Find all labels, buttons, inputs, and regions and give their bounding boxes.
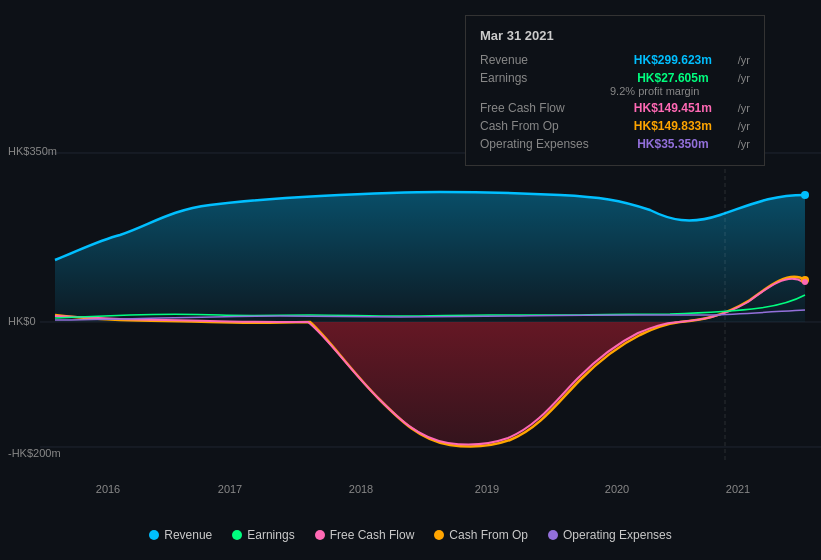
x-label-2020: 2020 [605,483,629,495]
tooltip-revenue-row: Revenue HK$299.623m /yr [480,51,750,69]
legend-revenue-dot [149,530,159,540]
x-label-2019: 2019 [475,483,499,495]
tooltip-fcf-unit: /yr [738,102,750,114]
chart-container: HK$350m HK$0 -HK$200m 2016 2017 2018 201… [0,0,821,560]
tooltip-title: Mar 31 2021 [480,28,750,43]
legend-fcf-dot [315,530,325,540]
x-label-2016: 2016 [96,483,120,495]
legend-cfo-label: Cash From Op [449,528,528,542]
legend-fcf-label: Free Cash Flow [330,528,415,542]
y-label-0: HK$0 [8,315,36,327]
tooltip-profit-margin: 9.2% profit margin [610,85,750,97]
legend-opex[interactable]: Operating Expenses [548,528,672,542]
x-label-2017: 2017 [218,483,242,495]
tooltip-earnings-unit: /yr [738,72,750,84]
tooltip-opex-value: HK$35.350m [637,137,708,151]
tooltip-revenue-label: Revenue [480,53,610,67]
tooltip-earnings-label: Earnings [480,71,610,85]
tooltip-fcf-value: HK$149.451m [634,101,712,115]
legend-earnings[interactable]: Earnings [232,528,294,542]
chart-legend: Revenue Earnings Free Cash Flow Cash Fro… [0,528,821,542]
tooltip-fcf-row: Free Cash Flow HK$149.451m /yr [480,99,750,117]
data-tooltip: Mar 31 2021 Revenue HK$299.623m /yr Earn… [465,15,765,166]
tooltip-cfo-unit: /yr [738,120,750,132]
y-label-350m: HK$350m [8,145,57,157]
tooltip-cfo-value: HK$149.833m [634,119,712,133]
svg-point-7 [802,279,808,285]
tooltip-opex-label: Operating Expenses [480,137,610,151]
legend-fcf[interactable]: Free Cash Flow [315,528,415,542]
x-label-2018: 2018 [349,483,373,495]
legend-opex-dot [548,530,558,540]
x-label-2021: 2021 [726,483,750,495]
tooltip-opex-row: Operating Expenses HK$35.350m /yr [480,135,750,153]
svg-point-5 [801,191,809,199]
legend-revenue[interactable]: Revenue [149,528,212,542]
y-label-neg200m: -HK$200m [8,447,61,459]
tooltip-opex-unit: /yr [738,138,750,150]
tooltip-cfo-label: Cash From Op [480,119,610,133]
legend-cfo-dot [434,530,444,540]
legend-cfo[interactable]: Cash From Op [434,528,528,542]
tooltip-fcf-label: Free Cash Flow [480,101,610,115]
legend-earnings-dot [232,530,242,540]
legend-revenue-label: Revenue [164,528,212,542]
tooltip-earnings-value: HK$27.605m [637,71,708,85]
tooltip-cfo-row: Cash From Op HK$149.833m /yr [480,117,750,135]
legend-earnings-label: Earnings [247,528,294,542]
tooltip-revenue-unit: /yr [738,54,750,66]
tooltip-revenue-value: HK$299.623m [634,53,712,67]
legend-opex-label: Operating Expenses [563,528,672,542]
